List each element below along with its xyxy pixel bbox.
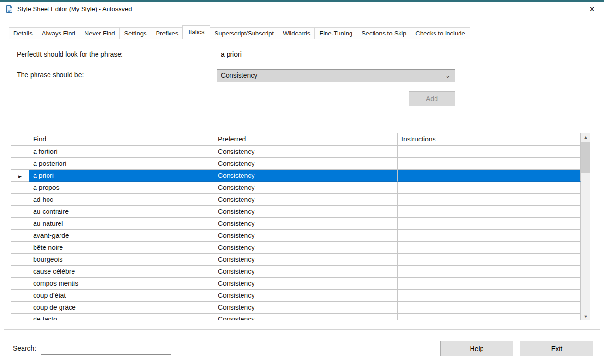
cell-instructions[interactable] xyxy=(398,254,581,266)
row-selector[interactable] xyxy=(11,182,29,194)
tab-never-find[interactable]: Never Find xyxy=(80,27,120,39)
cell-preferred[interactable]: Consistency xyxy=(214,302,398,314)
cell-preferred[interactable]: Consistency xyxy=(214,170,398,182)
scrollbar-track[interactable] xyxy=(581,173,590,312)
tab-fine-tuning[interactable]: Fine-Tuning xyxy=(314,27,357,39)
exit-button[interactable]: Exit xyxy=(520,341,593,356)
tab-always-find[interactable]: Always Find xyxy=(37,27,80,39)
table-row[interactable]: au naturelConsistency xyxy=(11,218,581,230)
cell-find[interactable]: bête noire xyxy=(29,242,214,254)
cell-find[interactable]: coup d'état xyxy=(29,290,214,302)
table-row[interactable]: ad hocConsistency xyxy=(11,194,581,206)
row-selector[interactable] xyxy=(11,194,29,206)
table-row[interactable]: bourgeoisConsistency xyxy=(11,254,581,266)
table-row[interactable]: a fortioriConsistency xyxy=(11,146,581,158)
tab-wildcards[interactable]: Wildcards xyxy=(278,27,315,39)
tab-settings[interactable]: Settings xyxy=(119,27,151,39)
phrase-input[interactable] xyxy=(217,47,455,61)
cell-find[interactable]: au naturel xyxy=(29,218,214,230)
cell-find[interactable]: ad hoc xyxy=(29,194,214,206)
tab-details[interactable]: Details xyxy=(9,27,37,39)
row-selector[interactable] xyxy=(11,290,29,302)
row-selector[interactable] xyxy=(11,254,29,266)
cell-instructions[interactable] xyxy=(398,266,581,278)
cell-preferred[interactable]: Consistency xyxy=(214,158,398,170)
cell-preferred[interactable]: Consistency xyxy=(214,194,398,206)
row-selector[interactable] xyxy=(11,278,29,290)
column-header-instructions[interactable]: Instructions xyxy=(398,133,581,146)
phrase-type-combobox[interactable]: Consistency ⌄ xyxy=(217,69,455,82)
cell-find[interactable]: coup de grâce xyxy=(29,302,214,314)
cell-instructions[interactable] xyxy=(398,194,581,206)
cell-instructions[interactable] xyxy=(398,230,581,242)
cell-instructions[interactable] xyxy=(398,182,581,194)
cell-find[interactable]: a fortiori xyxy=(29,146,214,158)
cell-preferred[interactable]: Consistency xyxy=(214,254,398,266)
table-row[interactable]: cause célèbreConsistency xyxy=(11,266,581,278)
row-selector[interactable] xyxy=(11,242,29,254)
cell-find[interactable]: au contraire xyxy=(29,206,214,218)
cell-preferred[interactable]: Consistency xyxy=(214,146,398,158)
column-header-find[interactable]: Find xyxy=(29,133,214,146)
cell-find[interactable]: bourgeois xyxy=(29,254,214,266)
table-row[interactable]: a posterioriConsistency xyxy=(11,158,581,170)
cell-instructions[interactable] xyxy=(398,206,581,218)
cell-find[interactable]: a posteriori xyxy=(29,158,214,170)
scrollbar-thumb[interactable] xyxy=(581,142,590,173)
search-input[interactable] xyxy=(41,341,171,355)
cell-instructions[interactable] xyxy=(398,218,581,230)
cell-preferred[interactable]: Consistency xyxy=(214,278,398,290)
row-selector[interactable] xyxy=(11,146,29,158)
table-row[interactable]: de factoConsistency xyxy=(11,314,581,320)
table-row[interactable]: coup d'étatConsistency xyxy=(11,290,581,302)
table-row[interactable]: au contraireConsistency xyxy=(11,206,581,218)
cell-preferred[interactable]: Consistency xyxy=(214,218,398,230)
row-selector[interactable] xyxy=(11,302,29,314)
cell-instructions[interactable] xyxy=(398,146,581,158)
cell-preferred[interactable]: Consistency xyxy=(214,206,398,218)
scroll-down-icon[interactable]: ▼ xyxy=(581,312,590,320)
table-row[interactable]: avant-gardeConsistency xyxy=(11,230,581,242)
cell-preferred[interactable]: Consistency xyxy=(214,266,398,278)
table-row[interactable]: a proposConsistency xyxy=(11,182,581,194)
row-selector[interactable]: ▶ xyxy=(11,170,29,182)
tab-checks-to-include[interactable]: Checks to Include xyxy=(411,27,470,39)
cell-preferred[interactable]: Consistency xyxy=(214,182,398,194)
cell-instructions[interactable] xyxy=(398,242,581,254)
cell-instructions[interactable] xyxy=(398,278,581,290)
cell-instructions[interactable] xyxy=(398,314,581,320)
cell-preferred[interactable]: Consistency xyxy=(214,290,398,302)
vertical-scrollbar[interactable]: ▲ ▼ xyxy=(581,133,590,320)
table-row[interactable]: coup de grâceConsistency xyxy=(11,302,581,314)
cell-find[interactable]: a propos xyxy=(29,182,214,194)
row-selector[interactable] xyxy=(11,158,29,170)
cell-preferred[interactable]: Consistency xyxy=(214,314,398,320)
row-selector[interactable] xyxy=(11,218,29,230)
add-button[interactable]: Add xyxy=(409,91,455,106)
cell-find[interactable]: a priori xyxy=(29,170,214,182)
cell-find[interactable]: avant-garde xyxy=(29,230,214,242)
cell-preferred[interactable]: Consistency xyxy=(214,242,398,254)
tab-prefixes[interactable]: Prefixes xyxy=(151,27,183,39)
scroll-up-icon[interactable]: ▲ xyxy=(581,133,590,141)
cell-instructions[interactable] xyxy=(398,290,581,302)
table-row[interactable]: ▶a prioriConsistency xyxy=(11,170,581,182)
cell-find[interactable]: de facto xyxy=(29,314,214,320)
tab-italics[interactable]: Italics xyxy=(182,25,210,39)
tab-superscript-subscript[interactable]: Superscript/Subscript xyxy=(210,27,279,39)
row-selector[interactable] xyxy=(11,206,29,218)
cell-find[interactable]: compos mentis xyxy=(29,278,214,290)
tab-sections-to-skip[interactable]: Sections to Skip xyxy=(357,27,411,39)
row-selector[interactable] xyxy=(11,266,29,278)
cell-instructions[interactable] xyxy=(398,170,581,182)
column-header-preferred[interactable]: Preferred xyxy=(214,133,398,146)
table-row[interactable]: bête noireConsistency xyxy=(11,242,581,254)
table-row[interactable]: compos mentisConsistency xyxy=(11,278,581,290)
cell-preferred[interactable]: Consistency xyxy=(214,230,398,242)
row-selector[interactable] xyxy=(11,230,29,242)
cell-instructions[interactable] xyxy=(398,302,581,314)
help-button[interactable]: Help xyxy=(440,341,513,356)
cell-instructions[interactable] xyxy=(398,158,581,170)
close-button[interactable]: ✕ xyxy=(584,3,600,15)
cell-find[interactable]: cause célèbre xyxy=(29,266,214,278)
